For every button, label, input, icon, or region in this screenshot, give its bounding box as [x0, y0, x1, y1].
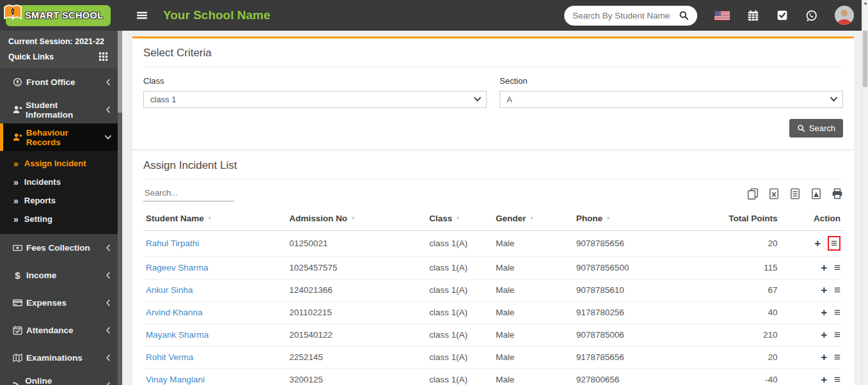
student-search-input[interactable]: [572, 11, 679, 20]
table-row: Rahul Tirpathi01250021class 1(A)Male9078…: [143, 231, 843, 257]
csv-icon[interactable]: [789, 188, 801, 200]
total-points-cell: 20: [689, 231, 780, 257]
column-header-action[interactable]: Action: [780, 207, 844, 231]
student-name-link[interactable]: Rageev Sharma: [146, 263, 209, 272]
table-row: Vinay Manglani3200125class 1(A)Male92780…: [143, 369, 843, 385]
us-flag-icon[interactable]: [714, 11, 730, 20]
gender-cell: Male: [493, 347, 574, 369]
select-criteria-card: Select Criteria Class class 1 Section A: [132, 36, 854, 149]
page-scrollbar-thumb[interactable]: [863, 31, 867, 87]
student-name-cell: Vinay Manglani: [143, 369, 287, 385]
excel-icon[interactable]: [768, 188, 780, 200]
sidebar-item-online-examinations[interactable]: Online Examinations: [0, 372, 122, 385]
calendar-icon[interactable]: [747, 10, 759, 22]
chevron-left-icon: [105, 382, 112, 385]
whatsapp-icon[interactable]: [805, 10, 817, 22]
table-row: Rageev Sharma1025457575class 1(A)Male907…: [143, 257, 843, 279]
submenu-item-reports[interactable]: »Reports: [0, 191, 122, 210]
row-menu-icon[interactable]: ≡: [834, 374, 840, 385]
row-menu-icon[interactable]: ≡: [834, 262, 840, 273]
task-check-icon[interactable]: [777, 10, 788, 21]
sidebar-item-examinations[interactable]: Examinations: [0, 344, 122, 372]
column-header-class[interactable]: Class▼: [427, 207, 493, 231]
add-incident-icon[interactable]: +: [821, 374, 827, 385]
column-header-admission-no[interactable]: Admission No▼: [287, 207, 427, 231]
sidebar-item-expenses[interactable]: Expenses: [0, 289, 122, 317]
phone-cell: 9078785656: [574, 231, 690, 257]
table-row: Rohit Verma2252145class 1(A)Male91787856…: [143, 347, 843, 369]
sidebar-item-attendance[interactable]: Attendance: [0, 317, 122, 344]
logo[interactable]: SMART SCHOOL: [0, 0, 122, 31]
submenu-item-label: Assign Incident: [24, 159, 86, 168]
class-select[interactable]: class 1: [144, 91, 486, 107]
submenu-item-setting[interactable]: »Setting: [0, 210, 122, 228]
add-incident-icon[interactable]: +: [821, 329, 827, 340]
table-body: Rahul Tirpathi01250021class 1(A)Male9078…: [143, 231, 843, 385]
row-menu-icon[interactable]: ≡: [831, 238, 837, 249]
sidebar-scrollbar-thumb[interactable]: [118, 31, 122, 113]
class-cell: class 1(A): [427, 302, 493, 324]
sort-icon: ▼: [455, 216, 461, 221]
print-icon[interactable]: [832, 188, 843, 200]
column-header-gender[interactable]: Gender▼: [493, 207, 574, 231]
scroll-up-arrow-icon[interactable]: [864, 2, 867, 4]
user-avatar[interactable]: [835, 6, 854, 25]
table-row: Mayank Sharma201540122class 1(A)Male9078…: [143, 324, 843, 347]
grid-icon[interactable]: [99, 52, 108, 61]
assign-incident-list-title: Assign Incident List: [143, 159, 843, 180]
logo-pill: SMART SCHOOL: [6, 5, 111, 26]
row-menu-icon[interactable]: ≡: [834, 329, 840, 340]
pdf-icon[interactable]: [810, 188, 822, 200]
student-name-link[interactable]: Vinay Manglani: [146, 375, 205, 384]
chevron-left-icon: [105, 106, 112, 113]
sidebar-item-front-office[interactable]: Front Office: [0, 68, 122, 96]
column-header-phone[interactable]: Phone▼: [574, 207, 690, 231]
submenu-item-assign-incident[interactable]: »Assign Incident: [0, 154, 122, 173]
topbar-actions: [564, 6, 868, 26]
row-menu-icon[interactable]: ≡: [834, 352, 840, 363]
row-menu-icon[interactable]: ≡: [834, 285, 840, 295]
student-name-link[interactable]: Mayank Sharma: [146, 330, 209, 340]
table-search-input[interactable]: [143, 185, 234, 201]
sidebar-item-fees-collection[interactable]: Fees Collection: [0, 234, 122, 262]
gender-cell: Male: [493, 257, 574, 279]
total-points-cell: 210: [689, 324, 780, 347]
action-cell: +≡: [780, 302, 844, 324]
admission-no-cell: 201540122: [287, 324, 427, 347]
admission-no-cell: 3200125: [287, 369, 427, 385]
phone-cell: 9078785610: [574, 279, 690, 302]
class-cell: class 1(A): [427, 279, 493, 302]
add-incident-icon[interactable]: +: [821, 307, 827, 318]
row-menu-icon[interactable]: ≡: [834, 307, 840, 318]
quick-links[interactable]: Quick Links: [8, 52, 108, 61]
page-scrollbar[interactable]: [862, 0, 868, 385]
column-header-student-name[interactable]: Student Name▼: [143, 207, 287, 231]
sidebar-item-student-information[interactable]: Student Information: [0, 96, 122, 123]
hamburger-icon[interactable]: [136, 10, 148, 21]
highlight-box: ≡: [828, 236, 840, 251]
section-select[interactable]: A: [500, 91, 842, 107]
student-name-link[interactable]: Ankur Sinha: [146, 285, 193, 295]
submenu-item-incidents[interactable]: »Incidents: [0, 173, 122, 191]
student-search-box[interactable]: [564, 6, 697, 26]
sidebar-item-behaviour-records[interactable]: Behaviour Records: [0, 123, 122, 151]
action-cell: +≡: [780, 369, 844, 385]
search-icon[interactable]: [679, 10, 689, 20]
chevron-left-icon: [105, 354, 112, 361]
submenu-item-label: Setting: [24, 214, 52, 224]
sidebar-item-label: Fees Collection: [26, 243, 90, 253]
add-incident-icon[interactable]: +: [821, 262, 827, 273]
phone-cell: 9178780256: [574, 302, 690, 324]
copy-icon[interactable]: [747, 188, 759, 200]
column-header-total-points[interactable]: Total Points: [689, 207, 780, 231]
sidebar-scrollbar[interactable]: [118, 31, 122, 385]
sidebar-item-income[interactable]: $Income: [0, 262, 122, 289]
class-cell: class 1(A): [427, 347, 493, 369]
add-incident-icon[interactable]: +: [814, 238, 821, 249]
student-name-link[interactable]: Rohit Verma: [146, 352, 193, 362]
student-name-link[interactable]: Rahul Tirpathi: [146, 239, 199, 248]
student-name-link[interactable]: Arvind Khanna: [146, 308, 203, 317]
add-incident-icon[interactable]: +: [821, 352, 827, 363]
add-incident-icon[interactable]: +: [821, 285, 827, 295]
search-button[interactable]: Search: [789, 119, 843, 138]
